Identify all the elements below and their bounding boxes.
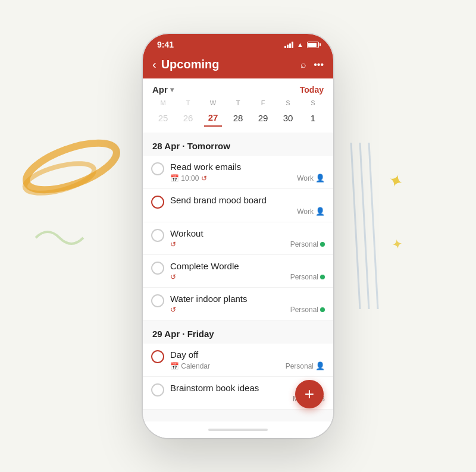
status-time: 9:41	[157, 40, 174, 49]
tag-label: Work	[297, 174, 314, 182]
month-row: Apr ▾ Today	[152, 84, 324, 95]
svg-line-4	[369, 143, 378, 309]
add-icon: +	[305, 385, 314, 404]
day-label: S	[311, 99, 315, 106]
svg-line-3	[360, 143, 369, 309]
task-body: Day off📅 CalendarPersonal👤	[170, 350, 325, 370]
status-bar: 9:41 ▲	[143, 34, 333, 53]
header-left: ‹ Upcoming	[152, 58, 219, 71]
back-button[interactable]: ‹	[152, 58, 156, 71]
days-row: M25T26W27T28F29S30S1	[152, 99, 324, 133]
task-meta: 📅 10:00↺Work👤	[170, 174, 325, 182]
task-time: 📅 10:00	[170, 174, 199, 182]
day-number: 26	[179, 109, 197, 127]
task-meta: ↺Personal	[170, 240, 325, 248]
app-header: ‹ Upcoming ⌕ •••	[143, 53, 333, 78]
task-body: Water indoor plants↺Personal	[170, 294, 325, 314]
home-bar	[208, 429, 268, 431]
today-button[interactable]: Today	[300, 85, 324, 95]
day-label: T	[236, 99, 240, 106]
task-tag: Personal	[290, 273, 325, 281]
calendar-day[interactable]: W27	[202, 99, 224, 127]
tag-label: Personal	[286, 362, 314, 370]
tag-label: Personal	[290, 240, 318, 248]
tag-dot-icon	[320, 307, 325, 312]
svg-text:✦: ✦	[386, 169, 406, 193]
day-number: 29	[254, 109, 272, 127]
task-tag: Personal	[290, 240, 325, 248]
task-item[interactable]: Water indoor plants↺Personal	[143, 288, 333, 320]
task-body: Send brand mood boardWork👤	[170, 195, 325, 216]
calendar-day[interactable]: S1	[302, 99, 324, 127]
day-label: W	[210, 99, 216, 106]
tag-person-icon: 👤	[315, 361, 325, 370]
task-meta: Work👤	[170, 207, 325, 216]
task-checkbox[interactable]	[151, 262, 164, 275]
task-meta: 📅 CalendarPersonal👤	[170, 361, 325, 370]
task-checkbox[interactable]	[151, 196, 164, 209]
battery-fill	[308, 43, 317, 47]
task-meta: ↺Personal	[170, 306, 325, 314]
task-checkbox[interactable]	[151, 294, 164, 307]
task-checkbox[interactable]	[151, 383, 164, 397]
task-body: Read work emails📅 10:00↺Work👤	[170, 162, 325, 182]
month-label-text: Apr	[152, 84, 168, 95]
battery-icon	[307, 42, 319, 48]
day-number: 1	[304, 109, 322, 127]
task-body: Workout↺Personal	[170, 228, 325, 248]
task-item[interactable]: Read work emails📅 10:00↺Work👤	[143, 156, 333, 189]
task-tag: Personal👤	[286, 361, 325, 370]
page-title: Upcoming	[161, 58, 220, 71]
day-label: M	[160, 99, 165, 106]
calendar-icon: 📅 Calendar	[170, 362, 210, 370]
calendar-day[interactable]: T28	[227, 99, 249, 127]
calendar-day[interactable]: M25	[152, 99, 174, 127]
tag-dot-icon	[320, 242, 325, 247]
day-number: 27	[204, 109, 222, 127]
day-label: T	[186, 99, 190, 106]
task-title: Complete Wordle	[170, 261, 325, 271]
task-list-scroll[interactable]: 28 Apr · TomorrowRead work emails📅 10:00…	[143, 133, 333, 421]
month-selector[interactable]: Apr ▾	[152, 84, 174, 95]
tag-label: Personal	[290, 273, 318, 281]
task-title: Water indoor plants	[170, 294, 325, 304]
tag-label: Work	[297, 207, 314, 216]
task-tag: Work👤	[297, 207, 325, 216]
task-checkbox[interactable]	[151, 229, 164, 242]
task-meta: ↺Personal	[170, 273, 325, 281]
section-header: 29 Apr · Friday	[143, 320, 333, 344]
repeat-icon: ↺	[170, 273, 176, 281]
search-icon[interactable]: ⌕	[300, 59, 306, 70]
calendar-section: Apr ▾ Today M25T26W27T28F29S30S1	[143, 78, 333, 133]
signal-icon	[284, 42, 293, 48]
task-item[interactable]: Complete Wordle↺Personal	[143, 255, 333, 288]
svg-line-2	[351, 143, 360, 309]
task-item[interactable]: Workout↺Personal	[143, 222, 333, 255]
task-checkbox[interactable]	[151, 350, 164, 363]
tag-dot-icon	[320, 275, 325, 279]
task-sub: ↺	[170, 273, 176, 281]
day-number: 25	[154, 109, 172, 127]
tag-person-icon: 👤	[315, 207, 325, 216]
task-body: Complete Wordle↺Personal	[170, 261, 325, 281]
status-icons: ▲	[284, 41, 319, 48]
wifi-icon: ▲	[297, 41, 303, 48]
calendar-day[interactable]: S30	[277, 99, 299, 127]
day-label: F	[261, 99, 265, 106]
task-title: Send brand mood board	[170, 195, 325, 205]
task-item[interactable]: Send brand mood boardWork👤	[143, 189, 333, 222]
task-checkbox[interactable]	[151, 162, 164, 175]
add-task-button[interactable]: +	[295, 380, 324, 408]
task-title: Read work emails	[170, 162, 325, 172]
more-options-icon[interactable]: •••	[314, 59, 324, 70]
calendar-day[interactable]: T26	[177, 99, 199, 127]
header-right: ⌕ •••	[300, 59, 324, 70]
repeat-icon: ↺	[170, 306, 176, 314]
repeat-icon: ↺	[201, 174, 207, 182]
task-sub: 📅 Calendar	[170, 362, 210, 370]
task-tag: Personal	[290, 306, 325, 314]
task-item[interactable]: Day off📅 CalendarPersonal👤	[143, 344, 333, 377]
repeat-icon: ↺	[170, 240, 176, 248]
calendar-day[interactable]: F29	[252, 99, 274, 127]
day-label: S	[286, 99, 290, 106]
